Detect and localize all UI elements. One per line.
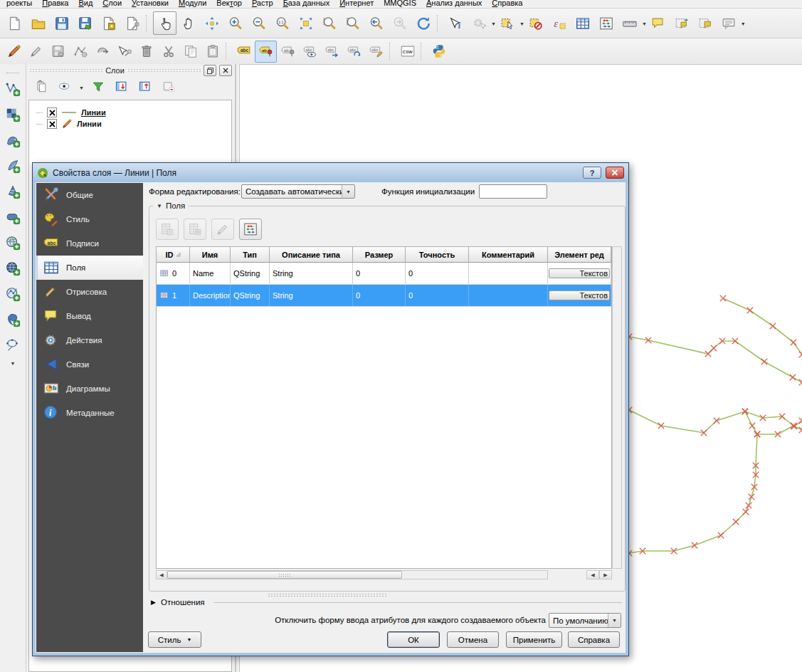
column-header[interactable]: Элемент ред [548, 247, 611, 263]
zoom-out-button[interactable] [247, 11, 270, 35]
delete-selected-button[interactable] [135, 41, 157, 63]
edit-widget-button[interactable]: Текстов [549, 268, 610, 278]
label-properties-button[interactable]: abc [365, 41, 387, 63]
chevron-down-icon[interactable]: ▼ [79, 85, 84, 90]
zoom-in-button[interactable] [223, 11, 247, 35]
sidebar-item-diagram-img[interactable]: Диаграммы [36, 377, 143, 401]
layer-item[interactable]: Линии [29, 118, 231, 130]
column-header[interactable]: Комментарий [469, 247, 548, 263]
map-tips-button[interactable] [647, 11, 670, 35]
sidebar-item-actions-gear[interactable]: Действия [36, 328, 143, 352]
new-composer-button[interactable] [97, 11, 120, 35]
zoom-next-button[interactable] [388, 11, 411, 35]
expand-all-button[interactable] [112, 78, 131, 96]
table-cell[interactable]: 0 [157, 263, 190, 284]
add-mssql-layer-button[interactable] [2, 181, 23, 202]
fields-group-title[interactable]: ▼ Поля [153, 201, 189, 210]
init-function-input[interactable] [479, 184, 547, 199]
menu-Интернет[interactable]: Интернет [334, 0, 379, 6]
layer-checkbox[interactable] [47, 119, 57, 129]
deselect-features-button[interactable] [524, 11, 548, 35]
measure-button[interactable] [618, 11, 642, 35]
chevron-down-icon[interactable]: ▼ [11, 361, 16, 366]
field-calculator-button[interactable] [239, 219, 262, 240]
scroll-left-icon[interactable]: ◀ [157, 571, 167, 579]
dialog-close-button[interactable] [606, 167, 624, 179]
composer-manager-button[interactable] [120, 11, 144, 35]
move-label-button[interactable]: abc [321, 41, 343, 63]
panel-float-button[interactable] [204, 65, 216, 76]
table-row[interactable]: 0NameQStringString00Текстов [157, 263, 611, 285]
sidebar-item-info[interactable]: iМетаданные [36, 401, 143, 425]
splitter-handle[interactable] [268, 593, 387, 597]
column-header[interactable]: Точность [406, 247, 469, 263]
menu-Анализ данных[interactable]: Анализ данных [421, 0, 487, 6]
table-cell[interactable]: Description [190, 285, 231, 306]
labeling-button[interactable]: abc [233, 41, 255, 63]
hide-label-button[interactable]: ab [277, 41, 299, 63]
delete-column-button[interactable] [184, 219, 206, 240]
apply-button[interactable]: Применить [506, 631, 562, 648]
scrollbar-thumb[interactable] [167, 571, 402, 579]
zoom-native-button[interactable]: 1:1 [270, 11, 294, 35]
dialog-titlebar[interactable]: Свойства слоя — Линии | Поля ? [33, 163, 628, 182]
select-features-button[interactable] [496, 11, 519, 35]
csw-search-button[interactable]: CSW [396, 41, 418, 63]
help-button[interactable]: Справка [568, 631, 620, 648]
column-header[interactable]: Тип [231, 247, 270, 263]
cancel-button[interactable]: Отмена [447, 631, 499, 648]
menu-Правка[interactable]: Правка [37, 0, 73, 6]
add-group-button[interactable] [32, 78, 51, 96]
sidebar-item-attr-table[interactable]: Поля [36, 256, 143, 280]
table-row[interactable]: 1DescriptionQStringString00Текстов [157, 285, 611, 307]
frozen-col-scrollbar[interactable]: ◀ ▶ [586, 570, 612, 579]
sidebar-item-maptip[interactable]: Вывод [36, 304, 143, 328]
new-project-button[interactable] [3, 11, 26, 35]
pan-map-button[interactable] [176, 11, 200, 35]
scroll-right-icon[interactable]: ▶ [599, 571, 611, 579]
dialog-help-button[interactable]: ? [583, 167, 601, 179]
lasso-select-button[interactable] [2, 335, 23, 356]
sidebar-item-label-abc[interactable]: abcПодписи [36, 231, 143, 256]
panel-close-button[interactable] [219, 65, 232, 76]
rotate-label-button[interactable]: abc [343, 41, 365, 63]
table-cell[interactable]: 1 [157, 285, 190, 306]
pin-label-button[interactable]: ab [255, 41, 277, 63]
table-cell[interactable]: 0 [406, 285, 469, 306]
python-console-button[interactable] [428, 41, 450, 63]
add-feature-button[interactable] [69, 41, 91, 63]
remove-layer-button[interactable] [159, 78, 178, 96]
filter-legend-button[interactable] [89, 78, 107, 96]
field-calculator-button[interactable] [595, 11, 618, 35]
table-cell[interactable] [469, 285, 548, 306]
save-edits-button[interactable] [47, 41, 69, 63]
zoom-to-layer-button[interactable] [341, 11, 364, 35]
menu-Справка[interactable]: Справка [487, 0, 527, 6]
menu-Растр[interactable]: Растр [247, 0, 278, 6]
column-header[interactable]: Размер [353, 247, 406, 263]
add-spatialite-layer-button[interactable] [2, 155, 23, 177]
suppress-combo[interactable]: По умолчанию ▼ [549, 613, 621, 628]
menu-Слои[interactable]: Слои [97, 0, 127, 6]
text-annotation-button[interactable] [717, 11, 741, 35]
menu-Установки[interactable]: Установки [127, 0, 174, 6]
chevron-down-icon[interactable]: ▼ [519, 21, 524, 26]
zoom-to-selection-button[interactable] [317, 11, 341, 35]
save-project-as-button[interactable] [73, 11, 97, 35]
menu-MMQGIS[interactable]: MMQGIS [379, 0, 421, 6]
menu-База данных[interactable]: База данных [278, 0, 335, 6]
sidebar-item-tools-cross[interactable]: Общие [36, 183, 143, 207]
scroll-left-icon[interactable]: ◀ [587, 571, 599, 579]
chevron-down-icon[interactable]: ▼ [741, 21, 746, 26]
table-cell[interactable]: 0 [406, 263, 469, 284]
table-vscrollbar[interactable] [612, 246, 622, 569]
show-hidden-labels-button[interactable]: abc [299, 41, 321, 63]
edit-widget-button[interactable]: Текстов [549, 290, 610, 300]
toggle-editing-mode-button[interactable] [211, 219, 234, 240]
style-button[interactable]: Стиль ▼ [148, 631, 201, 648]
table-cell[interactable]: 0 [353, 263, 406, 284]
edit-form-combo[interactable]: Создавать автоматически ▼ [241, 184, 355, 199]
save-project-button[interactable] [50, 11, 73, 35]
node-tool-button[interactable] [113, 41, 135, 63]
table-cell[interactable]: QString [231, 285, 270, 306]
